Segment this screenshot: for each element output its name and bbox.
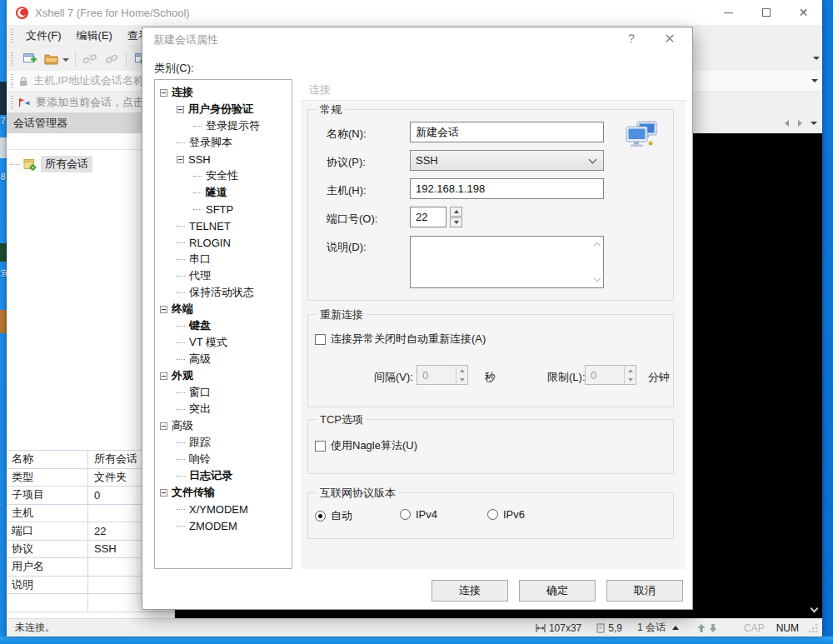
tree-expander-icon[interactable] <box>160 489 167 497</box>
cancel-button[interactable]: 取消 <box>606 580 683 602</box>
spin-down-icon[interactable] <box>454 221 459 224</box>
tree-expander-icon[interactable] <box>177 242 185 243</box>
dialog-close-button[interactable]: ✕ <box>661 31 679 47</box>
session-popup-icon[interactable] <box>672 626 679 630</box>
tree-expander-icon[interactable] <box>160 306 167 313</box>
tree-expander-icon[interactable] <box>177 459 185 460</box>
addressbar-dropdown-icon[interactable] <box>811 79 818 82</box>
tab-scroll-left-icon[interactable] <box>785 120 789 127</box>
category-tree-item[interactable]: VT 模式 <box>155 334 292 351</box>
menu-item[interactable]: 编辑(E) <box>69 28 120 43</box>
category-tree-item[interactable]: 隧道 <box>155 184 292 201</box>
radio-icon[interactable] <box>400 509 411 520</box>
tree-expander-icon[interactable] <box>160 89 167 97</box>
category-tree-item[interactable]: 日志记录 <box>155 467 292 484</box>
category-tree-item[interactable]: RLOGIN <box>155 234 292 251</box>
scroll-down-icon[interactable] <box>594 275 601 282</box>
host-input[interactable] <box>410 178 604 199</box>
category-tree-item[interactable]: 文件传输 <box>155 484 292 501</box>
tree-expander-icon[interactable] <box>177 359 185 360</box>
tree-expander-icon[interactable] <box>160 422 167 430</box>
port-input[interactable] <box>410 207 446 227</box>
help-button[interactable]: ? <box>622 32 641 45</box>
category-tree-item[interactable]: 高级 <box>155 417 292 434</box>
ok-button[interactable]: 确定 <box>519 580 596 602</box>
category-tree-item[interactable]: ZMODEM <box>155 517 292 534</box>
connect-button[interactable]: 连接 <box>431 580 508 602</box>
tree-expander-icon[interactable] <box>177 226 185 227</box>
tree-expander-icon[interactable] <box>177 442 185 443</box>
category-tree-item[interactable]: 登录提示符 <box>155 117 292 134</box>
tree-item-all-sessions[interactable]: 所有会话 <box>10 156 92 172</box>
session-count[interactable]: 1 会话 <box>637 621 666 635</box>
description-textarea[interactable] <box>410 236 604 288</box>
maximize-button[interactable] <box>747 0 785 25</box>
scroll-up-down[interactable] <box>697 623 722 633</box>
nagle-checkbox-row[interactable]: 使用Nagle算法(U) <box>315 438 417 453</box>
radio-ipv4[interactable]: IPv4 <box>400 508 437 521</box>
radio-ipv6[interactable]: IPv6 <box>487 508 525 521</box>
category-tree-item[interactable]: 保持活动状态 <box>155 284 292 301</box>
dialog-titlebar[interactable]: 新建会话属性 ? ✕ <box>142 27 692 52</box>
minimize-button[interactable] <box>710 0 747 25</box>
category-tree-item[interactable]: 高级 <box>155 351 292 367</box>
category-tree-item[interactable]: 窗口 <box>155 384 292 401</box>
checkbox-icon[interactable] <box>315 334 326 345</box>
category-tree-item[interactable]: 突出 <box>155 401 292 417</box>
auto-reconnect-checkbox-row[interactable]: 连接异常关闭时自动重新连接(A) <box>315 332 486 347</box>
tree-expander-icon[interactable] <box>177 276 185 277</box>
radio-auto[interactable]: 自动 <box>315 508 352 523</box>
protocol-select[interactable]: SSH <box>410 150 604 171</box>
tree-expander-icon[interactable] <box>177 342 185 343</box>
menu-item[interactable]: 文件(F) <box>18 28 69 43</box>
checkbox-icon[interactable] <box>315 441 326 452</box>
tab-list-dropdown-icon[interactable] <box>811 122 817 125</box>
limit-unit: 分钟 <box>648 370 670 385</box>
category-tree-item[interactable]: 键盘 <box>155 317 292 334</box>
tree-expander-icon[interactable] <box>193 126 202 127</box>
tree-expander-icon[interactable] <box>177 259 185 260</box>
tab-scroll-right-icon[interactable] <box>798 120 802 127</box>
category-tree-item[interactable]: 终端 <box>155 301 292 317</box>
radio-icon[interactable] <box>487 509 498 520</box>
radio-selected-icon[interactable] <box>315 511 326 522</box>
category-tree-item[interactable]: 串口 <box>155 251 292 267</box>
open-folder-button[interactable] <box>41 49 61 69</box>
category-tree-item[interactable]: 用户身份验证 <box>155 101 292 117</box>
toolbar-overflow-icon[interactable] <box>813 57 820 60</box>
tree-expander-icon[interactable] <box>177 409 185 410</box>
tree-expander-icon[interactable] <box>177 509 185 510</box>
tree-expander-icon[interactable] <box>177 292 185 293</box>
open-folder-dropdown-icon[interactable] <box>62 58 69 62</box>
tree-expander-icon[interactable] <box>177 156 184 163</box>
tree-expander-icon[interactable] <box>177 326 185 327</box>
port-spinner[interactable] <box>450 207 462 227</box>
category-tree-item[interactable]: 登录脚本 <box>155 134 292 151</box>
category-tree-item[interactable]: 外观 <box>155 367 292 384</box>
tree-expander-icon[interactable] <box>160 372 167 380</box>
tree-expander-icon[interactable] <box>177 106 184 113</box>
tree-expander-icon[interactable] <box>193 209 202 210</box>
close-button[interactable]: ✕ <box>785 0 822 25</box>
tree-expander-icon[interactable] <box>177 476 185 477</box>
category-tree-item[interactable]: 响铃 <box>155 451 292 467</box>
category-tree-item[interactable]: TELNET <box>155 217 292 234</box>
category-tree-item[interactable]: 跟踪 <box>155 434 292 451</box>
category-tree-item[interactable]: 代理 <box>155 267 292 284</box>
tree-expander-icon[interactable] <box>193 192 202 193</box>
tree-expander-icon[interactable] <box>193 176 202 177</box>
category-tree-item[interactable]: SSH <box>155 151 292 167</box>
category-tree-item[interactable]: X/YMODEM <box>155 501 292 517</box>
scroll-down-icon[interactable] <box>811 605 819 613</box>
name-input[interactable] <box>410 122 604 142</box>
category-tree-item[interactable]: 连接 <box>155 84 292 101</box>
tree-expander-icon[interactable] <box>177 142 185 143</box>
scroll-up-icon[interactable] <box>594 242 601 249</box>
tree-expander-icon[interactable] <box>177 392 185 393</box>
spin-up-icon[interactable] <box>454 210 459 213</box>
new-session-button[interactable] <box>19 49 39 69</box>
resize-grip[interactable] <box>809 624 817 632</box>
category-tree-item[interactable]: SFTP <box>155 201 292 217</box>
tree-expander-icon[interactable] <box>177 526 185 527</box>
category-tree-item[interactable]: 安全性 <box>155 167 292 184</box>
